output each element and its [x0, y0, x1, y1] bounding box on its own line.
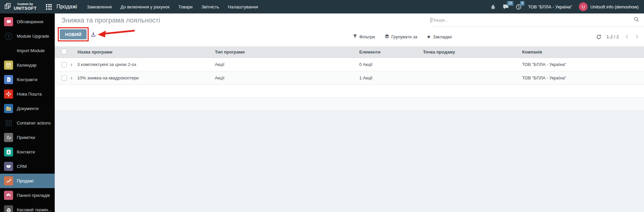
- module-upgrade-icon: [4, 32, 13, 41]
- favorites-label: Закладки: [433, 34, 452, 39]
- drag-handle-icon[interactable]: ▲▼: [69, 76, 74, 80]
- sidebar-item-label: Календар: [17, 63, 37, 68]
- layers-icon: [384, 34, 389, 40]
- select-all-checkbox[interactable]: [55, 49, 69, 55]
- avatar: U: [579, 2, 588, 11]
- import-module-icon: [4, 46, 13, 55]
- menu-reporting[interactable]: Звітність: [197, 0, 224, 13]
- contacts-icon: [4, 147, 13, 156]
- sidebar-item-dashboards[interactable]: Панелі приладів: [0, 188, 55, 203]
- sidebar-item-documents[interactable]: Документи: [0, 101, 55, 116]
- sidebar-item-label: Container actions: [17, 120, 51, 126]
- sidebar-item-discuss[interactable]: Обговорення: [0, 14, 55, 29]
- filter-funnel-icon: [353, 34, 357, 39]
- sidebar-item-container-actions[interactable]: Container actions: [0, 116, 55, 130]
- notes-icon: [4, 133, 13, 142]
- main-content: Знижка та програма лояльності НОВИЙ Філь…: [55, 13, 644, 212]
- row-checkbox[interactable]: [55, 75, 69, 81]
- col-header-name[interactable]: Назва програми: [69, 49, 212, 55]
- sidebar-item-label: Документи: [17, 106, 39, 111]
- content-background: [55, 110, 644, 212]
- pager: 1-2 / 2: [596, 27, 639, 46]
- annotation-arrow: [97, 28, 137, 38]
- crm-icon: [4, 162, 13, 171]
- star-icon: ★: [427, 34, 431, 39]
- cell-company: ТОВ "БПЛА - Україна": [519, 75, 644, 80]
- group-by-button[interactable]: Групувати за: [384, 34, 417, 40]
- sidebar-item-sales[interactable]: Продажі: [0, 174, 55, 188]
- group-by-label: Групувати за: [392, 34, 417, 39]
- company-switcher[interactable]: ТОВ "БПЛА - Україна": [528, 4, 572, 9]
- menu-to-invoice[interactable]: До включення у рахунок: [116, 0, 174, 13]
- user-menu[interactable]: U Unitsoft info (demoshow): [579, 2, 639, 11]
- nova-poshta-icon: [4, 90, 13, 99]
- top-navbar: Custom by UNITSOFT Продажі Замовлення До…: [0, 0, 644, 13]
- messages-icon[interactable]: 18: [503, 4, 509, 10]
- calendar-icon: [4, 61, 13, 70]
- unitsoft-logo-icon: [4, 2, 11, 11]
- pager-prev-icon[interactable]: [625, 34, 629, 39]
- sidebar: Обговорення Module Upgrade Import Module…: [0, 13, 55, 212]
- unitsoft-logo[interactable]: Custom by UNITSOFT: [0, 2, 40, 11]
- pager-range: 1-2 / 2: [606, 34, 619, 39]
- logo-unitsoft: UNITSOFT: [14, 6, 37, 11]
- sidebar-item-contracts[interactable]: Контракти: [0, 72, 55, 87]
- sidebar-item-import-module[interactable]: Import Module: [0, 43, 55, 58]
- discuss-icon: [4, 17, 13, 26]
- sidebar-item-module-upgrade[interactable]: Module Upgrade: [0, 29, 55, 43]
- sidebar-item-pos[interactable]: Касовий термін...: [0, 203, 55, 212]
- sidebar-item-label: CRM: [17, 164, 27, 169]
- search-input[interactable]: [431, 17, 634, 23]
- empty-table-row: [55, 85, 644, 98]
- menu-products[interactable]: Товари: [174, 0, 197, 13]
- refresh-icon[interactable]: [596, 34, 601, 39]
- table-row[interactable]: ▲▼ 10% знижка на квадрокоптери Акції 1 А…: [55, 71, 644, 85]
- sidebar-item-label: Примітки: [17, 135, 35, 140]
- sidebar-item-label: Касовий термін...: [17, 207, 52, 212]
- page-title: Знижка та програма лояльності: [55, 13, 431, 27]
- documents-icon: [4, 104, 13, 113]
- drag-handle-icon[interactable]: ▲▼: [69, 63, 74, 66]
- cell-elements: 0 Акції: [356, 62, 420, 67]
- table-row[interactable]: ▲▼ 3 комплектуючі за ціною 2-ох Акції 0 …: [55, 58, 644, 71]
- col-header-pos[interactable]: Точка продажу: [420, 49, 519, 55]
- sidebar-item-crm[interactable]: CRM: [0, 159, 55, 174]
- search-options: Фільтри Групувати за ★ Закладки: [353, 27, 452, 46]
- main-menu: Замовлення До включення у рахунок Товари…: [83, 0, 263, 13]
- col-header-company[interactable]: Компанія: [519, 49, 644, 55]
- sidebar-item-nova-poshta[interactable]: Нова Пошта: [0, 87, 55, 101]
- app-name[interactable]: Продажі: [56, 4, 77, 10]
- control-panel: Знижка та програма лояльності: [55, 13, 644, 27]
- search-icon[interactable]: [634, 16, 639, 24]
- col-header-type[interactable]: Тип програми: [212, 49, 356, 55]
- new-button[interactable]: НОВИЙ: [60, 29, 87, 39]
- filters-button[interactable]: Фільтри: [353, 34, 375, 39]
- export-download-icon[interactable]: [90, 31, 97, 38]
- sidebar-item-contacts[interactable]: Контакти: [0, 145, 55, 159]
- sidebar-item-label: Панелі приладів: [17, 193, 50, 198]
- col-header-elements[interactable]: Елементи: [356, 49, 420, 55]
- activities-badge: 8: [520, 1, 525, 6]
- row-checkbox[interactable]: [55, 62, 69, 67]
- sidebar-item-label: Module Upgrade: [17, 34, 49, 39]
- user-name: Unitsoft info (demoshow): [590, 4, 639, 9]
- sidebar-item-label: Продажі: [17, 178, 34, 183]
- cell-program-type: Акції: [212, 75, 356, 80]
- sales-icon: [4, 176, 13, 185]
- cell-company: ТОВ "БПЛА - Україна": [519, 62, 644, 67]
- menu-settings[interactable]: Налаштування: [224, 0, 263, 13]
- menu-orders[interactable]: Замовлення: [83, 0, 116, 13]
- sidebar-item-calendar[interactable]: Календар: [0, 58, 55, 72]
- debug-bug-icon[interactable]: [490, 4, 496, 10]
- cell-program-type: Акції: [212, 62, 356, 67]
- favorites-button[interactable]: ★ Закладки: [427, 34, 452, 39]
- search-bar[interactable]: [431, 13, 644, 27]
- sidebar-item-label: Обговорення: [17, 19, 43, 24]
- activities-clock-icon[interactable]: 8: [516, 4, 521, 10]
- sidebar-item-notes[interactable]: Примітки: [0, 130, 55, 145]
- sidebar-item-label: Нова Пошта: [17, 92, 42, 97]
- sidebar-item-label: Import Module: [17, 48, 45, 53]
- pager-next-icon[interactable]: [635, 34, 639, 39]
- apps-menu-icon[interactable]: [46, 4, 52, 10]
- filters-label: Фільтри: [359, 34, 375, 39]
